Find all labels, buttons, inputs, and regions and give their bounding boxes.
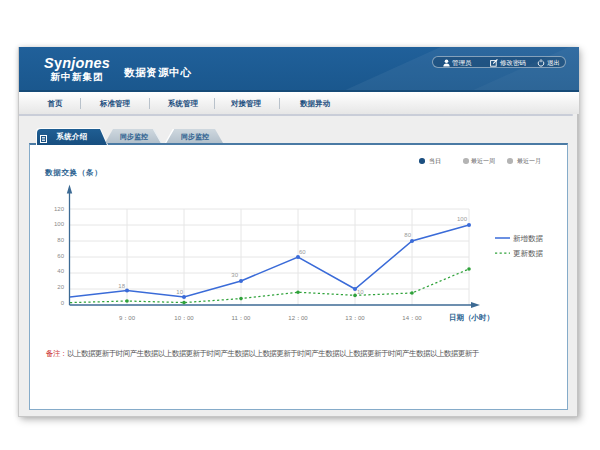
svg-text:更新数据: 更新数据 [513,249,544,258]
svg-text:80: 80 [404,232,411,238]
svg-text:新增数据: 新增数据 [513,234,544,243]
svg-text:10：00: 10：00 [174,315,194,321]
svg-text:同步监控: 同步监控 [120,133,148,141]
svg-text:20: 20 [57,284,64,290]
svg-text:10: 10 [176,289,183,295]
svg-text:80: 80 [57,237,64,243]
svg-text:60: 60 [57,253,64,259]
svg-text:日期（小时）: 日期（小时） [449,313,494,322]
svg-text:100: 100 [457,216,468,222]
svg-text:0: 0 [61,300,65,306]
svg-text:9：00: 9：00 [119,315,136,321]
svg-text:40: 40 [57,268,64,274]
svg-text:同步监控: 同步监控 [181,133,209,141]
svg-text:13：00: 13：00 [345,315,365,321]
svg-text:14：00: 14：00 [402,315,422,321]
svg-text:11：00: 11：00 [232,315,252,321]
svg-text:10: 10 [357,289,364,295]
svg-text:30: 30 [231,272,238,278]
svg-text:12：00: 12：00 [288,315,308,321]
svg-text:120: 120 [54,206,65,212]
svg-text:18: 18 [118,283,125,289]
svg-text:100: 100 [54,221,65,227]
svg-text:60: 60 [299,249,306,255]
